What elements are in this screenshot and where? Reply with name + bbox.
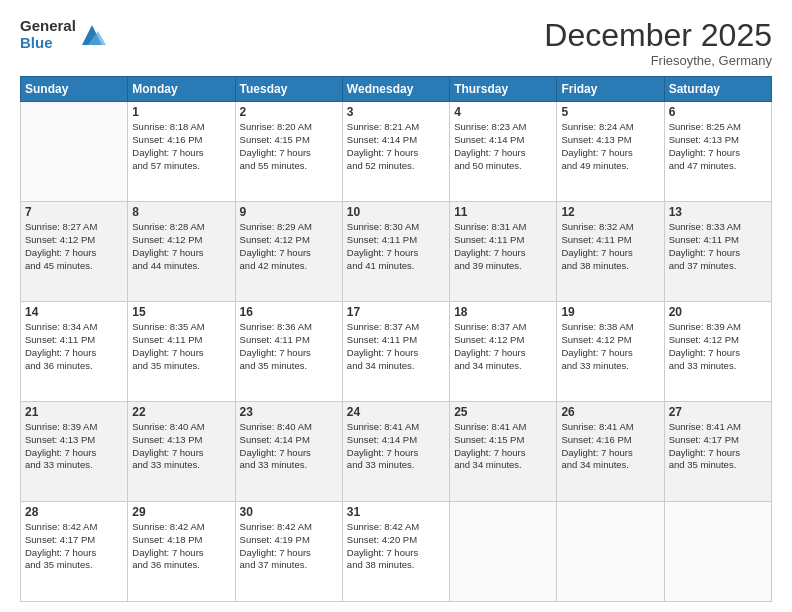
col-saturday: Saturday — [664, 77, 771, 102]
day-info: Sunrise: 8:34 AM Sunset: 4:11 PM Dayligh… — [25, 321, 123, 372]
table-row: 29Sunrise: 8:42 AM Sunset: 4:18 PM Dayli… — [128, 502, 235, 602]
header: General Blue December 2025 Friesoythe, G… — [20, 18, 772, 68]
day-info: Sunrise: 8:42 AM Sunset: 4:20 PM Dayligh… — [347, 521, 445, 572]
table-row: 2Sunrise: 8:20 AM Sunset: 4:15 PM Daylig… — [235, 102, 342, 202]
day-number: 5 — [561, 105, 659, 119]
col-tuesday: Tuesday — [235, 77, 342, 102]
table-row: 31Sunrise: 8:42 AM Sunset: 4:20 PM Dayli… — [342, 502, 449, 602]
table-row: 26Sunrise: 8:41 AM Sunset: 4:16 PM Dayli… — [557, 402, 664, 502]
day-number: 11 — [454, 205, 552, 219]
logo-general: General — [20, 18, 76, 35]
day-number: 26 — [561, 405, 659, 419]
table-row: 22Sunrise: 8:40 AM Sunset: 4:13 PM Dayli… — [128, 402, 235, 502]
table-row — [557, 502, 664, 602]
day-info: Sunrise: 8:42 AM Sunset: 4:17 PM Dayligh… — [25, 521, 123, 572]
location: Friesoythe, Germany — [544, 53, 772, 68]
day-info: Sunrise: 8:42 AM Sunset: 4:19 PM Dayligh… — [240, 521, 338, 572]
col-wednesday: Wednesday — [342, 77, 449, 102]
col-sunday: Sunday — [21, 77, 128, 102]
table-row: 17Sunrise: 8:37 AM Sunset: 4:11 PM Dayli… — [342, 302, 449, 402]
day-number: 27 — [669, 405, 767, 419]
day-info: Sunrise: 8:30 AM Sunset: 4:11 PM Dayligh… — [347, 221, 445, 272]
col-monday: Monday — [128, 77, 235, 102]
table-row: 11Sunrise: 8:31 AM Sunset: 4:11 PM Dayli… — [450, 202, 557, 302]
month-title: December 2025 — [544, 18, 772, 53]
day-number: 12 — [561, 205, 659, 219]
day-info: Sunrise: 8:37 AM Sunset: 4:12 PM Dayligh… — [454, 321, 552, 372]
day-number: 6 — [669, 105, 767, 119]
day-number: 13 — [669, 205, 767, 219]
day-info: Sunrise: 8:32 AM Sunset: 4:11 PM Dayligh… — [561, 221, 659, 272]
table-row: 28Sunrise: 8:42 AM Sunset: 4:17 PM Dayli… — [21, 502, 128, 602]
table-row: 14Sunrise: 8:34 AM Sunset: 4:11 PM Dayli… — [21, 302, 128, 402]
calendar-table: Sunday Monday Tuesday Wednesday Thursday… — [20, 76, 772, 602]
day-number: 21 — [25, 405, 123, 419]
calendar-week-row: 14Sunrise: 8:34 AM Sunset: 4:11 PM Dayli… — [21, 302, 772, 402]
table-row: 6Sunrise: 8:25 AM Sunset: 4:13 PM Daylig… — [664, 102, 771, 202]
day-number: 19 — [561, 305, 659, 319]
day-info: Sunrise: 8:31 AM Sunset: 4:11 PM Dayligh… — [454, 221, 552, 272]
day-info: Sunrise: 8:33 AM Sunset: 4:11 PM Dayligh… — [669, 221, 767, 272]
day-info: Sunrise: 8:23 AM Sunset: 4:14 PM Dayligh… — [454, 121, 552, 172]
table-row — [664, 502, 771, 602]
day-number: 3 — [347, 105, 445, 119]
day-number: 24 — [347, 405, 445, 419]
table-row: 13Sunrise: 8:33 AM Sunset: 4:11 PM Dayli… — [664, 202, 771, 302]
table-row: 23Sunrise: 8:40 AM Sunset: 4:14 PM Dayli… — [235, 402, 342, 502]
table-row: 7Sunrise: 8:27 AM Sunset: 4:12 PM Daylig… — [21, 202, 128, 302]
day-info: Sunrise: 8:41 AM Sunset: 4:15 PM Dayligh… — [454, 421, 552, 472]
table-row: 25Sunrise: 8:41 AM Sunset: 4:15 PM Dayli… — [450, 402, 557, 502]
table-row: 15Sunrise: 8:35 AM Sunset: 4:11 PM Dayli… — [128, 302, 235, 402]
day-info: Sunrise: 8:38 AM Sunset: 4:12 PM Dayligh… — [561, 321, 659, 372]
table-row: 10Sunrise: 8:30 AM Sunset: 4:11 PM Dayli… — [342, 202, 449, 302]
col-thursday: Thursday — [450, 77, 557, 102]
day-number: 8 — [132, 205, 230, 219]
day-info: Sunrise: 8:28 AM Sunset: 4:12 PM Dayligh… — [132, 221, 230, 272]
day-info: Sunrise: 8:41 AM Sunset: 4:14 PM Dayligh… — [347, 421, 445, 472]
calendar-page: General Blue December 2025 Friesoythe, G… — [0, 0, 792, 612]
day-number: 23 — [240, 405, 338, 419]
title-block: December 2025 Friesoythe, Germany — [544, 18, 772, 68]
day-number: 2 — [240, 105, 338, 119]
calendar-week-row: 28Sunrise: 8:42 AM Sunset: 4:17 PM Dayli… — [21, 502, 772, 602]
day-info: Sunrise: 8:40 AM Sunset: 4:13 PM Dayligh… — [132, 421, 230, 472]
table-row: 1Sunrise: 8:18 AM Sunset: 4:16 PM Daylig… — [128, 102, 235, 202]
calendar-week-row: 7Sunrise: 8:27 AM Sunset: 4:12 PM Daylig… — [21, 202, 772, 302]
day-info: Sunrise: 8:24 AM Sunset: 4:13 PM Dayligh… — [561, 121, 659, 172]
table-row: 21Sunrise: 8:39 AM Sunset: 4:13 PM Dayli… — [21, 402, 128, 502]
day-number: 17 — [347, 305, 445, 319]
day-info: Sunrise: 8:40 AM Sunset: 4:14 PM Dayligh… — [240, 421, 338, 472]
day-info: Sunrise: 8:41 AM Sunset: 4:17 PM Dayligh… — [669, 421, 767, 472]
day-info: Sunrise: 8:27 AM Sunset: 4:12 PM Dayligh… — [25, 221, 123, 272]
logo: General Blue — [20, 18, 106, 51]
table-row: 9Sunrise: 8:29 AM Sunset: 4:12 PM Daylig… — [235, 202, 342, 302]
day-info: Sunrise: 8:18 AM Sunset: 4:16 PM Dayligh… — [132, 121, 230, 172]
table-row: 20Sunrise: 8:39 AM Sunset: 4:12 PM Dayli… — [664, 302, 771, 402]
day-number: 16 — [240, 305, 338, 319]
day-number: 29 — [132, 505, 230, 519]
calendar-week-row: 21Sunrise: 8:39 AM Sunset: 4:13 PM Dayli… — [21, 402, 772, 502]
table-row: 12Sunrise: 8:32 AM Sunset: 4:11 PM Dayli… — [557, 202, 664, 302]
day-info: Sunrise: 8:39 AM Sunset: 4:12 PM Dayligh… — [669, 321, 767, 372]
table-row: 27Sunrise: 8:41 AM Sunset: 4:17 PM Dayli… — [664, 402, 771, 502]
day-number: 18 — [454, 305, 552, 319]
calendar-header-row: Sunday Monday Tuesday Wednesday Thursday… — [21, 77, 772, 102]
table-row: 16Sunrise: 8:36 AM Sunset: 4:11 PM Dayli… — [235, 302, 342, 402]
day-number: 22 — [132, 405, 230, 419]
day-info: Sunrise: 8:42 AM Sunset: 4:18 PM Dayligh… — [132, 521, 230, 572]
day-info: Sunrise: 8:25 AM Sunset: 4:13 PM Dayligh… — [669, 121, 767, 172]
table-row: 30Sunrise: 8:42 AM Sunset: 4:19 PM Dayli… — [235, 502, 342, 602]
col-friday: Friday — [557, 77, 664, 102]
day-number: 20 — [669, 305, 767, 319]
table-row: 5Sunrise: 8:24 AM Sunset: 4:13 PM Daylig… — [557, 102, 664, 202]
table-row: 8Sunrise: 8:28 AM Sunset: 4:12 PM Daylig… — [128, 202, 235, 302]
calendar-week-row: 1Sunrise: 8:18 AM Sunset: 4:16 PM Daylig… — [21, 102, 772, 202]
day-number: 4 — [454, 105, 552, 119]
logo-icon — [78, 21, 106, 49]
day-number: 1 — [132, 105, 230, 119]
day-info: Sunrise: 8:20 AM Sunset: 4:15 PM Dayligh… — [240, 121, 338, 172]
day-number: 7 — [25, 205, 123, 219]
day-info: Sunrise: 8:41 AM Sunset: 4:16 PM Dayligh… — [561, 421, 659, 472]
day-number: 10 — [347, 205, 445, 219]
day-number: 28 — [25, 505, 123, 519]
